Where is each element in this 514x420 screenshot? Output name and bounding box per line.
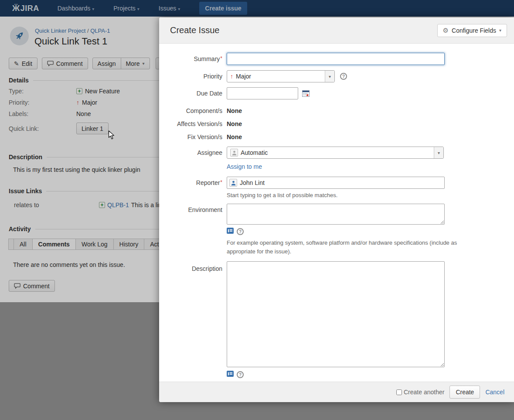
components-value: None: [227, 107, 242, 114]
assignee-label: Assignee: [159, 147, 227, 156]
affects-versions-value: None: [227, 120, 242, 127]
create-issue-dialog: Create Issue ⚙ Configure Fields ▾ Summar…: [159, 17, 514, 402]
environment-label: Environment: [159, 204, 227, 213]
priority-row: Priority ↑ Major ▾ ?: [159, 70, 514, 82]
components-label: Component/s: [159, 107, 227, 114]
jira-issue-page: ӜJIRA Dashboards▾ Projects▾ Issues▾ Crea…: [0, 0, 514, 420]
dialog-title: Create Issue: [170, 25, 219, 35]
mouse-cursor: [108, 130, 116, 142]
environment-icons-row: ?: [227, 228, 514, 236]
description-label: Description: [159, 261, 227, 272]
dialog-header: Create Issue ⚙ Configure Fields ▾: [159, 17, 514, 44]
avatar-placeholder-icon: [230, 149, 238, 157]
affects-versions-row: Affects Version/s None: [159, 120, 514, 127]
reporter-label: Reporter*: [159, 177, 227, 186]
create-another-checkbox[interactable]: [396, 389, 402, 395]
environment-row: Environment: [159, 204, 514, 225]
calendar-icon: [302, 90, 310, 97]
reporter-value: John Lint: [240, 179, 265, 186]
wiki-markup-icon[interactable]: [227, 228, 234, 236]
help-icon[interactable]: ?: [340, 73, 347, 80]
required-marker: *: [220, 179, 222, 185]
create-another-label: Create another: [404, 389, 444, 396]
configure-fields-button[interactable]: ⚙ Configure Fields ▾: [437, 24, 507, 37]
cancel-link[interactable]: Cancel: [485, 389, 504, 396]
fix-versions-label: Fix Version/s: [159, 133, 227, 140]
wiki-markup-icon[interactable]: [227, 371, 234, 379]
components-row: Component/s None: [159, 107, 514, 114]
dialog-footer: Create another Create Cancel: [159, 382, 514, 402]
create-button[interactable]: Create: [449, 386, 480, 399]
assign-to-me-link[interactable]: Assign to me: [227, 163, 262, 170]
description-textarea[interactable]: [227, 261, 445, 367]
assignee-select[interactable]: Automatic ▾: [227, 147, 444, 159]
calendar-picker-button[interactable]: [302, 90, 310, 99]
priority-major-icon: ↑: [230, 73, 233, 80]
chevron-down-icon: ▾: [499, 28, 501, 33]
due-date-label: Due Date: [159, 87, 227, 97]
dropdown-caret-icon[interactable]: ▾: [434, 147, 443, 158]
user-avatar-icon: [229, 179, 237, 187]
priority-selected-value: Major: [236, 73, 251, 80]
help-icon[interactable]: ?: [237, 228, 244, 235]
dropdown-caret-icon[interactable]: ▾: [325, 71, 334, 82]
assignee-selected-value: Automatic: [241, 149, 268, 156]
summary-label: Summary*: [159, 53, 227, 62]
required-marker: *: [220, 55, 222, 61]
priority-label: Priority: [159, 70, 227, 80]
affects-versions-label: Affects Version/s: [159, 120, 227, 127]
due-date-input[interactable]: [227, 87, 298, 99]
fix-versions-value: None: [227, 133, 242, 140]
summary-row: Summary*: [159, 53, 514, 65]
dialog-form: Summary* Priority ↑ Major ▾ ? Due Date: [159, 44, 514, 382]
assignee-row: Assignee Automatic ▾: [159, 147, 514, 159]
fix-versions-row: Fix Version/s None: [159, 133, 514, 140]
assign-to-me-row: Assign to me: [227, 163, 514, 171]
environment-hint: For example operating system, software p…: [227, 239, 484, 256]
description-icons-row: ?: [227, 371, 514, 379]
environment-textarea[interactable]: [227, 204, 445, 225]
help-icon[interactable]: ?: [237, 371, 244, 378]
create-another-option[interactable]: Create another: [396, 389, 444, 396]
reporter-hint: Start typing to get a list of possible m…: [227, 192, 514, 198]
reporter-row: Reporter* John Lint: [159, 177, 514, 189]
due-date-row: Due Date: [159, 87, 514, 99]
description-row: Description: [159, 261, 514, 367]
gear-icon: ⚙: [443, 27, 449, 34]
priority-select[interactable]: ↑ Major ▾: [227, 70, 335, 82]
reporter-input[interactable]: John Lint: [227, 177, 445, 189]
summary-input[interactable]: [227, 53, 445, 65]
